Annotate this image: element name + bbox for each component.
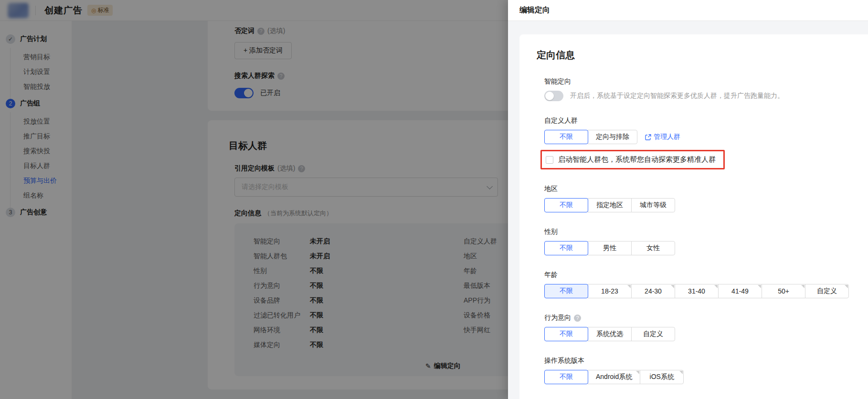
smart-targeting-hint: 开启后，系统基于设定定向智能探索更多优质人群，提升广告跑量能力。 [570, 92, 784, 100]
region-options: 不限指定地区城市等级 [544, 198, 675, 212]
gender-options: 不限男性女性 [544, 241, 675, 255]
segment-option[interactable]: 男性 [588, 241, 632, 255]
os-version-options: 不限Android系统iOS系统 [544, 370, 684, 384]
region-section: 地区 不限指定地区城市等级 [544, 185, 849, 212]
segment-option[interactable]: Android系统 [588, 370, 640, 384]
segment-option[interactable]: 城市等级 [631, 198, 675, 212]
segment-option[interactable]: 41-49 [718, 284, 762, 298]
smart-audience-checkbox-label: 启动智能人群包，系统帮您自动探索更多精准人群 [558, 155, 716, 164]
segment-option[interactable]: 自定义 [631, 327, 675, 341]
corner-fold-icon [714, 285, 718, 288]
segment-option[interactable]: 自定义 [805, 284, 849, 298]
help-icon[interactable]: ? [574, 315, 581, 322]
targeting-form-card: 定向信息 智能定向 开启后，系统基于设定定向智能探索更多优质人群，提升广告跑量能… [519, 34, 868, 399]
segment-option[interactable]: 不限 [544, 327, 588, 341]
app-root: 创建广告 ◎ 标准 ✓广告计划营销目标计划设置智能投放2广告组投放位置推广目标搜… [0, 0, 868, 399]
smart-targeting-label: 智能定向 [544, 77, 849, 86]
segment-option[interactable]: 不限 [544, 130, 588, 144]
age-options: 不限18-2324-3031-4041-4950+自定义 [544, 284, 849, 298]
toggle-knob [545, 92, 554, 100]
behavior-intent-options: 不限系统优选自定义 [544, 327, 675, 341]
segment-option[interactable]: 不限 [544, 370, 588, 384]
segment-option[interactable]: 系统优选 [588, 327, 632, 341]
age-label: 年龄 [544, 271, 849, 279]
smart-targeting-section: 智能定向 开启后，系统基于设定定向智能探索更多优质人群，提升广告跑量能力。 [544, 77, 849, 101]
segment-option[interactable]: 指定地区 [588, 198, 632, 212]
smart-targeting-toggle[interactable] [544, 91, 563, 101]
manage-audience-link[interactable]: 管理人群 [645, 133, 680, 141]
region-label: 地区 [544, 185, 849, 193]
os-version-label: 操作系统版本 [544, 357, 849, 365]
segment-option[interactable]: 18-23 [588, 284, 632, 298]
edit-targeting-drawer: 编辑定向 定向信息 智能定向 开启后，系统基于设定定向智能探索更多优质人群，提升… [508, 0, 868, 399]
os-version-section: 操作系统版本 不限Android系统iOS系统 [544, 357, 849, 384]
gender-section: 性别 不限男性女性 [544, 228, 849, 255]
behavior-intent-section: 行为意向 ? 不限系统优选自定义 [544, 314, 849, 341]
corner-fold-icon [671, 285, 674, 288]
segment-option[interactable]: 不限 [544, 241, 588, 255]
corner-fold-icon [845, 285, 848, 288]
smart-audience-highlight: 启动智能人群包，系统帮您自动探索更多精准人群 [540, 150, 725, 169]
smart-audience-checkbox[interactable] [546, 156, 553, 164]
segment-option[interactable]: 定向与排除 [588, 130, 637, 144]
age-section: 年龄 不限18-2324-3031-4041-4950+自定义 [544, 271, 849, 298]
drawer-title: 编辑定向 [519, 5, 550, 15]
corner-fold-icon [758, 285, 761, 288]
segment-option[interactable]: 女性 [631, 241, 675, 255]
corner-fold-icon [627, 285, 631, 288]
manage-audience-label: 管理人群 [654, 133, 680, 141]
corner-fold-icon [636, 371, 639, 374]
segment-option[interactable]: 24-30 [631, 284, 675, 298]
segment-option[interactable]: 31-40 [675, 284, 719, 298]
segment-option[interactable]: iOS系统 [640, 370, 684, 384]
gender-label: 性别 [544, 228, 849, 236]
behavior-intent-label: 行为意向 [544, 314, 571, 322]
external-link-icon [645, 134, 651, 140]
custom-audience-label: 自定义人群 [544, 116, 849, 125]
segment-option[interactable]: 不限 [544, 198, 588, 212]
segment-option[interactable]: 50+ [762, 284, 805, 298]
drawer-header: 编辑定向 [508, 0, 868, 21]
targeting-form-title: 定向信息 [537, 49, 849, 61]
corner-fold-icon [801, 285, 804, 288]
corner-fold-icon [679, 371, 683, 374]
custom-audience-section: 自定义人群 不限定向与排除 管理人群 启动智能人群包，系统帮您自动探索更多精准人… [544, 116, 849, 169]
segment-option[interactable]: 不限 [544, 284, 588, 298]
custom-audience-options: 不限定向与排除 [544, 130, 637, 144]
drawer-body: 定向信息 智能定向 开启后，系统基于设定定向智能探索更多优质人群，提升广告跑量能… [508, 21, 868, 399]
